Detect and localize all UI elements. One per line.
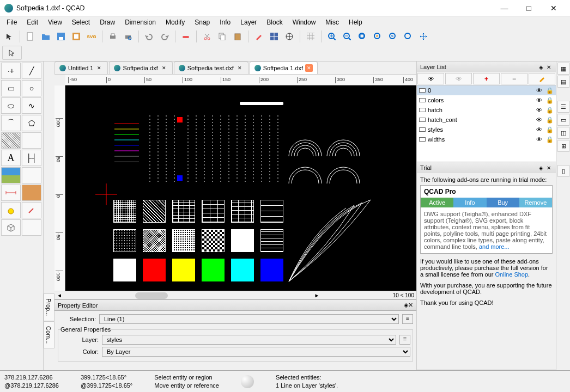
rect-tool[interactable]: ▭ [1,80,21,96]
tab-softpedia-1[interactable]: Softpedia 1.dxf✕ [250,62,318,74]
tab-softpedia[interactable]: Softpedia.dxf✕ [109,62,172,74]
close-icon[interactable]: ✕ [160,64,168,72]
selection-menu-button[interactable]: ≡ [402,314,413,324]
cut-button[interactable] [200,29,214,44]
delete-button[interactable] [179,29,193,44]
layer-item-styles[interactable]: styles👁🔒 [417,125,556,134]
zoom-selection-button[interactable] [371,29,385,44]
close-icon[interactable]: ✕ [545,164,553,171]
close-icon[interactable]: ✕ [545,63,553,71]
close-icon[interactable]: ✕ [408,302,413,309]
pencil-tool[interactable] [252,29,266,44]
modify-tool[interactable] [22,202,41,218]
zoom-window-button[interactable] [401,29,415,44]
layer-item-0[interactable]: 0👁🔒 [417,85,556,95]
layer-item-colors[interactable]: colors👁🔒 [417,95,556,105]
eye-icon[interactable]: 👁 [536,107,544,113]
undo-button[interactable] [142,29,156,44]
grid-toggle[interactable] [304,29,318,44]
trial-tab-active[interactable]: Active [421,198,453,207]
line-tool[interactable]: ╱ [22,63,41,79]
svg-export-button[interactable]: SVG [84,29,99,44]
lock-icon[interactable]: 🔒 [546,126,554,133]
add-layer-button[interactable]: + [473,73,500,84]
ruler-tool[interactable] [22,185,41,201]
side-btn-5[interactable]: ◫ [557,127,569,139]
undock-icon[interactable]: ◈ [537,63,545,71]
paste-button[interactable] [231,29,245,44]
drawing-canvas[interactable] [65,85,416,291]
edit-layer-button[interactable] [529,73,555,84]
remove-layer-button[interactable]: − [501,73,527,84]
side-btn-4[interactable]: ▭ [557,114,569,126]
arc-tool[interactable]: ⌒ [1,115,21,131]
undock-icon[interactable]: ◈ [537,164,545,171]
minimize-button[interactable]: — [492,1,517,16]
lock-icon[interactable]: 🔒 [546,117,554,124]
lock-icon[interactable]: 🔒 [546,107,554,114]
side-btn-2[interactable]: ▤ [557,76,569,88]
eye-icon[interactable]: 👁 [536,87,544,94]
lock-icon[interactable]: 🔒 [546,136,554,143]
selection-select[interactable]: Line (1) [99,314,399,324]
compass-tool[interactable] [282,29,296,44]
menu-snap[interactable]: Snap [190,17,214,27]
point-tool[interactable]: ·+ [1,63,21,79]
polygon-tool[interactable]: ⬠ [22,115,41,131]
menu-info[interactable]: Info [215,17,235,27]
trial-tab-remove[interactable]: Remove [519,198,552,207]
layer-item-widths[interactable]: widths👁🔒 [417,134,556,144]
hide-all-layers-button[interactable]: 👁 [445,73,472,84]
maximize-button[interactable]: □ [517,1,541,16]
menu-help[interactable]: Help [344,17,367,27]
layer-select[interactable]: styles [102,335,396,345]
new-file-button[interactable] [23,29,38,44]
close-window-button[interactable]: ✕ [541,1,566,16]
menu-edit[interactable]: Edit [22,17,43,27]
eye-icon[interactable]: 👁 [536,136,544,143]
hatch-tool[interactable] [1,132,21,149]
menu-block[interactable]: Block [262,17,287,27]
print-preview-button[interactable] [121,29,135,44]
layer-item-hatch[interactable]: hatch👁🔒 [417,105,556,115]
view3d-tool[interactable] [1,219,21,236]
layer-menu-button[interactable]: ≡ [399,335,410,345]
color-select[interactable]: By Layer [102,347,410,357]
zoom-fit-button[interactable] [355,29,369,44]
trial-tab-info[interactable]: Info [453,198,486,207]
side-btn-1[interactable]: ▦ [557,63,569,75]
redo-button[interactable] [157,29,172,44]
online-shop-link[interactable]: Online Shop [495,271,529,278]
ellipse-tool[interactable]: ⬭ [1,97,21,114]
trial-more-link[interactable]: and more... [479,243,510,250]
side-btn-3[interactable]: ☰ [557,101,569,113]
measure-tool[interactable] [1,185,21,201]
grid-button[interactable] [267,29,281,44]
property-tab[interactable]: Prop... [44,293,54,321]
copy-button[interactable] [215,29,229,44]
eye-icon[interactable]: 👁 [536,126,544,133]
menu-misc[interactable]: Misc [321,17,343,27]
spline-tool[interactable]: ∿ [22,97,41,114]
close-icon[interactable]: ✕ [95,64,103,72]
pan-button[interactable] [416,29,430,44]
pointer-tool[interactable] [2,29,16,44]
menu-select[interactable]: Select [68,17,94,27]
image-tool[interactable] [1,167,21,183]
save-button[interactable] [54,29,68,44]
pdf-export-button[interactable] [69,29,83,44]
open-file-button[interactable] [39,29,53,44]
menu-file[interactable]: File [2,17,21,27]
zoom-prev-button[interactable] [386,29,400,44]
pointer-tool-2[interactable] [2,46,22,60]
zoom-out-button[interactable] [340,29,354,44]
show-all-layers-button[interactable]: 👁 [417,73,444,84]
menu-modify[interactable]: Modify [161,17,189,27]
side-btn-7[interactable]: ▯ [557,165,569,177]
lock-icon[interactable]: 🔒 [546,97,554,104]
tab-softpedia-test[interactable]: Softpedia test.dxf✕ [174,62,248,74]
menu-view[interactable]: View [44,17,66,27]
eye-icon[interactable]: 👁 [536,117,544,123]
undock-icon[interactable]: ◈ [404,302,408,309]
menu-layer[interactable]: Layer [236,17,261,27]
